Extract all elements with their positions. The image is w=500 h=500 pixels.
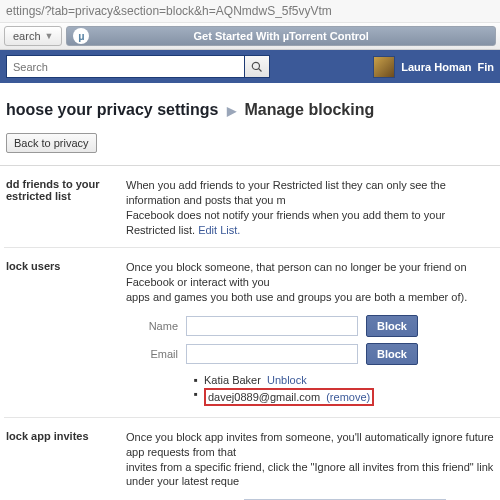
block-name-input[interactable] [186, 316, 358, 336]
section-label: dd friends to your estricted list [6, 178, 126, 237]
fb-find-friends-link[interactable]: Fin [478, 61, 495, 73]
utorrent-banner-text: Get Started With µTorrent Control [194, 30, 369, 42]
unblock-link[interactable]: Unblock [267, 374, 307, 386]
title-sub: Manage blocking [244, 101, 374, 118]
page-content: hoose your privacy settings ▶ Manage blo… [0, 83, 500, 500]
facebook-top-nav: Laura Homan Fin [0, 50, 500, 83]
section-text: Once you block someone, that person can … [126, 260, 496, 305]
title-main: hoose your privacy settings [6, 101, 219, 118]
section-restricted-list: dd friends to your estricted list When y… [4, 166, 500, 248]
section-block-users: lock users Once you block someone, that … [4, 248, 500, 418]
toolbar-search-dropdown[interactable]: earch ▼ [4, 26, 62, 46]
blocked-entry: davej0889@gmail.com remove [194, 387, 496, 407]
search-icon [251, 61, 263, 73]
block-name-row: Name Block [126, 315, 496, 337]
blocked-entry: Katia Baker Unblock [194, 373, 496, 387]
block-name-button[interactable]: Block [366, 315, 418, 337]
browser-url-bar[interactable]: ettings/?tab=privacy&section=block&h=AQN… [0, 0, 500, 23]
section-label: lock app invites [6, 430, 126, 500]
section-body: Once you block app invites from someone,… [126, 430, 496, 500]
toolbar-search-label: earch [13, 30, 41, 42]
fb-profile-link[interactable]: Laura Homan [401, 61, 471, 73]
blocked-list: Katia Baker Unblock davej0889@gmail.com … [194, 373, 496, 407]
breadcrumb-separator-icon: ▶ [223, 104, 240, 118]
chevron-down-icon: ▼ [45, 31, 54, 41]
fb-search [6, 55, 270, 78]
section-text: Once you block app invites from someone,… [126, 430, 496, 489]
back-to-privacy-button[interactable]: Back to privacy [6, 133, 97, 153]
fb-search-button[interactable] [244, 55, 270, 78]
section-text: When you add friends to your Restricted … [126, 179, 446, 236]
blocked-name: Katia Baker [204, 374, 261, 386]
highlighted-blocked-entry: davej0889@gmail.com remove [204, 388, 374, 406]
fb-search-input[interactable] [6, 55, 244, 78]
blocked-name: davej0889@gmail.com [208, 391, 320, 403]
remove-link[interactable]: remove [326, 391, 370, 403]
fb-nav-right: Laura Homan Fin [373, 56, 494, 78]
section-label: lock users [6, 260, 126, 407]
avatar[interactable] [373, 56, 395, 78]
edit-list-link[interactable]: Edit List. [198, 224, 240, 236]
block-email-input[interactable] [186, 344, 358, 364]
section-body: Once you block someone, that person can … [126, 260, 496, 407]
email-label: Email [126, 348, 186, 360]
section-block-app-invites: lock app invites Once you block app invi… [4, 418, 500, 500]
block-email-row: Email Block [126, 343, 496, 365]
browser-toolbar: earch ▼ µ Get Started With µTorrent Cont… [0, 23, 500, 50]
section-body: When you add friends to your Restricted … [126, 178, 496, 237]
page-title: hoose your privacy settings ▶ Manage blo… [4, 93, 500, 129]
block-email-button[interactable]: Block [366, 343, 418, 365]
utorrent-logo-icon: µ [73, 28, 89, 44]
name-label: Name [126, 320, 186, 332]
utorrent-banner[interactable]: µ Get Started With µTorrent Control [66, 26, 496, 46]
